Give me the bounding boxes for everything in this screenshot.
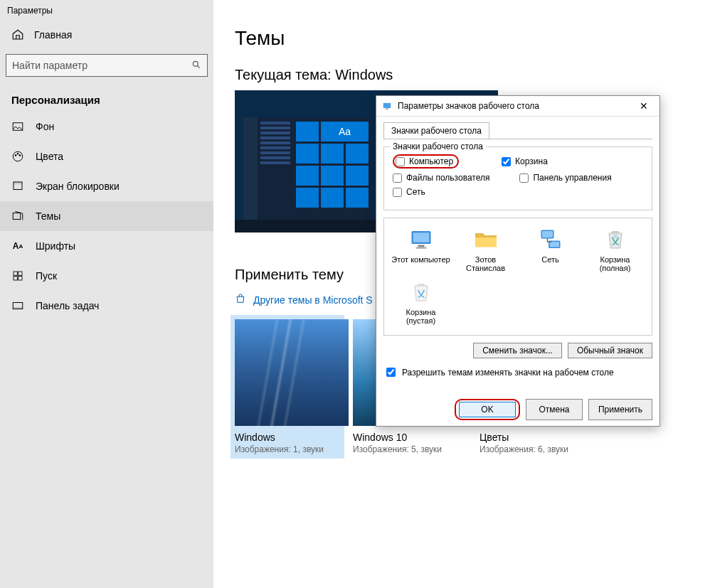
svg-rect-7 (14, 182, 22, 184)
svg-rect-10 (18, 272, 22, 275)
page-title: Темы (235, 27, 689, 50)
sidebar-item-background[interactable]: Фон (0, 112, 213, 141)
lockscreen-icon (11, 180, 24, 193)
search-icon (191, 60, 201, 72)
svg-point-3 (15, 155, 16, 156)
theme-sub: Изображения: 1, звуки (235, 444, 340, 454)
icon-network[interactable]: Сеть (521, 227, 580, 272)
checkbox-network[interactable]: Сеть (393, 187, 425, 197)
nav-label: Экран блокировки (36, 181, 120, 192)
dialog-icon (382, 101, 392, 111)
dialog-titlebar[interactable]: Параметры значков рабочего стола ✕ (376, 96, 659, 117)
change-icon-button[interactable]: Сменить значок... (473, 343, 562, 358)
store-link-label: Другие темы в Microsoft S (253, 294, 373, 306)
svg-rect-18 (413, 232, 429, 242)
svg-rect-12 (18, 277, 22, 280)
network-icon (538, 227, 563, 252)
nav-label: Фон (36, 121, 54, 132)
checkbox-recycle[interactable]: Корзина (502, 154, 548, 169)
computer-icon (408, 227, 434, 252)
home-label: Главная (34, 29, 72, 41)
apply-button[interactable]: Применить (588, 399, 652, 420)
checkbox-userfiles-input[interactable] (393, 173, 402, 183)
taskbar-icon (11, 299, 24, 312)
desktop-icons-dialog: Параметры значков рабочего стола ✕ Значк… (376, 95, 660, 427)
themes-icon (11, 210, 24, 223)
sidebar-item-taskbar[interactable]: Панель задач (0, 291, 213, 321)
store-icon (235, 293, 246, 306)
preview-start-menu: Aa (243, 117, 371, 224)
checkbox-network-input[interactable] (393, 188, 402, 197)
nav-label: Темы (36, 210, 60, 222)
checkbox-recycle-input[interactable] (502, 157, 511, 166)
checkbox-userfiles[interactable]: Файлы пользователя (393, 173, 489, 183)
checkbox-cpanel[interactable]: Панель управления (519, 173, 611, 183)
fonts-icon: AA (11, 240, 24, 252)
theme-name: Windows (235, 432, 340, 443)
search-input[interactable]: Найти параметр (6, 54, 208, 77)
allow-themes-checkbox[interactable]: Разрешить темам изменять значки на рабоч… (383, 365, 652, 379)
theme-sub: Изображения: 5, звуки (353, 444, 467, 454)
checkbox-computer[interactable]: Компьютер (396, 156, 453, 166)
folder-icon (473, 227, 499, 252)
svg-rect-14 (13, 307, 23, 309)
icon-this-pc[interactable]: Этот компьютер (391, 227, 450, 272)
icon-user-folder[interactable]: Зотов Станислав (456, 227, 515, 272)
current-theme-label: Текущая тема: Windows (235, 67, 689, 83)
svg-point-5 (19, 155, 21, 156)
settings-sidebar: Параметры Главная Найти параметр Персона… (0, 0, 213, 588)
app-title: Параметры (0, 0, 213, 18)
dialog-title: Параметры значков рабочего стола (398, 101, 539, 111)
tab-desktop-icons[interactable]: Значки рабочего стола (383, 122, 489, 139)
start-icon (11, 269, 24, 282)
svg-rect-8 (13, 213, 21, 220)
svg-rect-11 (14, 277, 17, 280)
group-title: Значки рабочего стола (390, 141, 486, 151)
svg-rect-20 (415, 247, 426, 249)
nav-list: Фон Цвета Экран блокировки Темы AA Шрифт… (0, 112, 213, 321)
preview-aa-tile: Aa (321, 122, 369, 141)
picture-icon (11, 120, 24, 133)
icons-checkbox-group: Значки рабочего стола Компьютер Корзина … (383, 146, 652, 210)
svg-rect-24 (549, 242, 559, 247)
ok-button[interactable]: OK (459, 402, 516, 417)
dialog-tabs: Значки рабочего стола (383, 122, 652, 139)
svg-rect-22 (542, 231, 553, 237)
nav-label: Цвета (36, 151, 63, 162)
theme-name: Windows 10 (353, 432, 467, 443)
sidebar-item-fonts[interactable]: AA Шрифты (0, 231, 213, 261)
cancel-button[interactable]: Отмена (526, 399, 583, 420)
default-icon-button[interactable]: Обычный значок (568, 343, 652, 358)
ok-highlight: OK (455, 399, 520, 420)
svg-rect-15 (383, 103, 391, 108)
computer-highlight: Компьютер (393, 154, 459, 169)
theme-card-windows[interactable]: Windows Изображения: 1, звуки (231, 315, 344, 459)
sidebar-item-colors[interactable]: Цвета (0, 141, 213, 171)
sidebar-item-lockscreen[interactable]: Экран блокировки (0, 171, 213, 201)
svg-point-4 (17, 153, 18, 154)
icon-recycle-empty[interactable]: Корзина (пустая) (391, 279, 450, 325)
checkbox-cpanel-input[interactable] (519, 173, 529, 183)
home-icon (11, 28, 24, 41)
sidebar-item-themes[interactable]: Темы (0, 201, 213, 231)
palette-icon (11, 150, 24, 163)
home-link[interactable]: Главная (0, 18, 213, 51)
nav-label: Шрифты (36, 240, 75, 252)
section-title: Персонализация (0, 81, 213, 112)
checkbox-computer-input[interactable] (396, 157, 405, 166)
theme-sub: Изображения: 6, звуки (479, 444, 593, 454)
svg-rect-16 (386, 109, 389, 109)
svg-rect-19 (418, 245, 424, 247)
nav-label: Панель задач (36, 300, 99, 311)
nav-label: Пуск (36, 270, 57, 282)
dialog-footer: OK Отмена Применить (376, 393, 659, 426)
icon-preview-grid: Этот компьютер Зотов Станислав Сеть Корз… (383, 218, 652, 336)
svg-point-25 (613, 235, 618, 239)
close-button[interactable]: ✕ (634, 100, 654, 112)
icon-recycle-full[interactable]: Корзина (полная) (586, 227, 645, 272)
sidebar-item-start[interactable]: Пуск (0, 261, 213, 291)
recycle-empty-icon (408, 279, 434, 305)
svg-rect-9 (14, 272, 17, 275)
allow-themes-input[interactable] (386, 368, 396, 377)
svg-point-0 (193, 61, 198, 66)
